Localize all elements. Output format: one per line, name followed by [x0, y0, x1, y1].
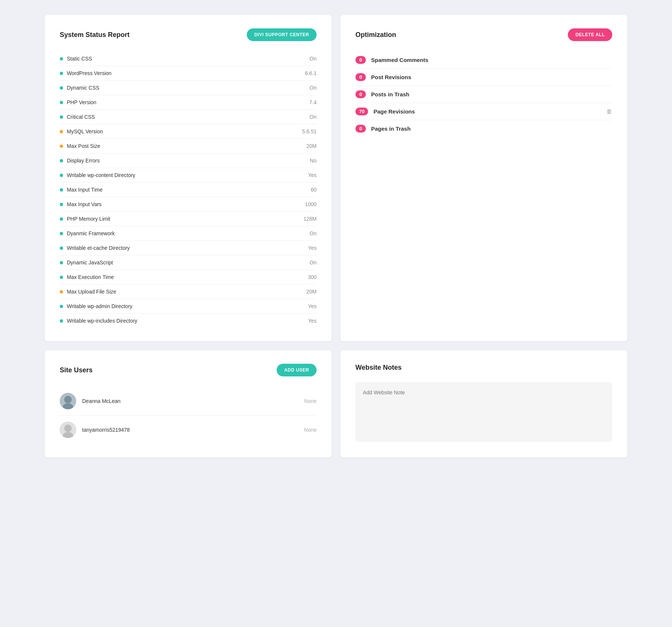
- status-dot: [60, 145, 63, 148]
- optimization-row: 70 Page Revisions 🗑: [355, 103, 612, 120]
- status-left: Dynamic JavaScript: [60, 260, 113, 266]
- system-status-header: System Status Report DIVI SUPPORT CENTER: [60, 28, 317, 41]
- status-dot: [60, 188, 63, 192]
- status-rows-container: Static CSS On WordPress Version 6.6.1 Dy…: [60, 52, 317, 328]
- status-value: On: [309, 114, 317, 120]
- status-value: 300: [308, 274, 317, 280]
- status-row: PHP Version 7.4: [60, 95, 317, 110]
- user-avatar: [60, 422, 76, 438]
- status-label: Writable wp-admin Directory: [67, 303, 133, 309]
- user-row: tanyamorris5219478 None: [60, 416, 317, 444]
- status-left: Writable wp-includes Directory: [60, 318, 137, 324]
- user-avatar: [60, 393, 76, 409]
- status-dot: [60, 261, 63, 264]
- status-value: 128M: [304, 216, 317, 222]
- user-rows-container: Deanna McLean None tanyamorris5219478 No…: [60, 387, 317, 444]
- svg-point-1: [64, 396, 72, 403]
- opt-badge: 70: [355, 108, 368, 115]
- status-value: On: [309, 56, 317, 62]
- status-label: Dynamic JavaScript: [67, 260, 113, 266]
- status-label: Display Errors: [67, 158, 100, 164]
- status-dot: [60, 174, 63, 177]
- status-left: Critical CSS: [60, 114, 95, 120]
- status-dot: [60, 232, 63, 235]
- status-left: Dynamic CSS: [60, 85, 99, 91]
- system-status-title: System Status Report: [60, 31, 130, 39]
- optimization-row: 0 Post Revisions: [355, 69, 612, 86]
- status-value: Yes: [308, 172, 317, 178]
- status-dot: [60, 203, 63, 206]
- status-dot: [60, 115, 63, 119]
- status-dot: [60, 130, 63, 133]
- status-left: Static CSS: [60, 56, 92, 62]
- optimization-row: 0 Posts in Trash: [355, 86, 612, 103]
- status-row: Writable wp-admin Directory Yes: [60, 299, 317, 314]
- status-label: Writable et-cache Directory: [67, 245, 130, 251]
- status-dot: [60, 101, 63, 104]
- status-label: Dynamic CSS: [67, 85, 99, 91]
- status-value: 60: [311, 187, 317, 193]
- status-label: Max Execution Time: [67, 274, 114, 280]
- opt-badge: 0: [355, 125, 366, 133]
- system-status-card: System Status Report DIVI SUPPORT CENTER…: [45, 15, 332, 341]
- status-label: MySQL Version: [67, 128, 103, 134]
- status-label: Writable wp-content Directory: [67, 172, 135, 178]
- user-role: None: [304, 427, 317, 433]
- website-notes-card: Website Notes: [340, 350, 627, 457]
- status-row: Max Upload File Size 20M: [60, 285, 317, 299]
- status-row: Max Execution Time 300: [60, 270, 317, 285]
- status-left: Max Execution Time: [60, 274, 114, 280]
- status-label: PHP Version: [67, 99, 96, 105]
- status-label: Static CSS: [67, 56, 92, 62]
- status-dot: [60, 276, 63, 279]
- status-left: Max Input Time: [60, 187, 103, 193]
- user-name: tanyamorris5219478: [82, 427, 298, 433]
- status-dot: [60, 319, 63, 323]
- status-left: Max Upload File Size: [60, 289, 116, 295]
- status-dot: [60, 217, 63, 221]
- status-row: Dyanmic Framework On: [60, 226, 317, 241]
- status-label: Max Post Size: [67, 143, 100, 149]
- status-value: On: [309, 260, 317, 266]
- trash-icon[interactable]: 🗑: [606, 108, 612, 115]
- status-row: Static CSS On: [60, 52, 317, 66]
- status-dot: [60, 72, 63, 75]
- opt-label: Posts in Trash: [371, 91, 410, 97]
- status-row: MySQL Version 5.6.51: [60, 124, 317, 139]
- opt-label: Post Revisions: [371, 74, 411, 80]
- optimization-header: Optimization DELETE ALL: [355, 28, 612, 41]
- website-notes-input[interactable]: [355, 382, 612, 442]
- status-row: Display Errors No: [60, 153, 317, 168]
- status-row: PHP Memory Limit 128M: [60, 212, 317, 226]
- status-left: PHP Version: [60, 99, 96, 105]
- status-label: PHP Memory Limit: [67, 216, 110, 222]
- status-dot: [60, 57, 63, 60]
- status-value: Yes: [308, 303, 317, 309]
- opt-badge: 0: [355, 56, 366, 64]
- status-dot: [60, 246, 63, 250]
- status-dot: [60, 86, 63, 90]
- status-row: Writable et-cache Directory Yes: [60, 241, 317, 255]
- status-left: Max Post Size: [60, 143, 100, 149]
- opt-badge: 0: [355, 73, 366, 81]
- status-value: 7.4: [309, 99, 317, 105]
- user-row: Deanna McLean None: [60, 387, 317, 416]
- status-left: PHP Memory Limit: [60, 216, 110, 222]
- status-value: Yes: [308, 245, 317, 251]
- status-value: 5.6.51: [302, 128, 317, 134]
- user-name: Deanna McLean: [82, 398, 298, 404]
- divi-support-center-button[interactable]: DIVI SUPPORT CENTER: [247, 28, 317, 41]
- optimization-rows-container: 0 Spammed Comments 0 Post Revisions 0 Po…: [355, 52, 612, 137]
- status-label: Max Input Vars: [67, 201, 102, 207]
- add-user-button[interactable]: ADD USER: [277, 364, 317, 376]
- status-row: Max Post Size 20M: [60, 139, 317, 153]
- status-row: WordPress Version 6.6.1: [60, 66, 317, 81]
- status-left: Dyanmic Framework: [60, 230, 115, 236]
- status-dot: [60, 305, 63, 308]
- status-value: Yes: [308, 318, 317, 324]
- status-row: Dynamic CSS On: [60, 81, 317, 95]
- status-left: Display Errors: [60, 158, 100, 164]
- status-row: Dynamic JavaScript On: [60, 255, 317, 270]
- delete-all-button[interactable]: DELETE ALL: [568, 28, 612, 41]
- status-label: Max Input Time: [67, 187, 103, 193]
